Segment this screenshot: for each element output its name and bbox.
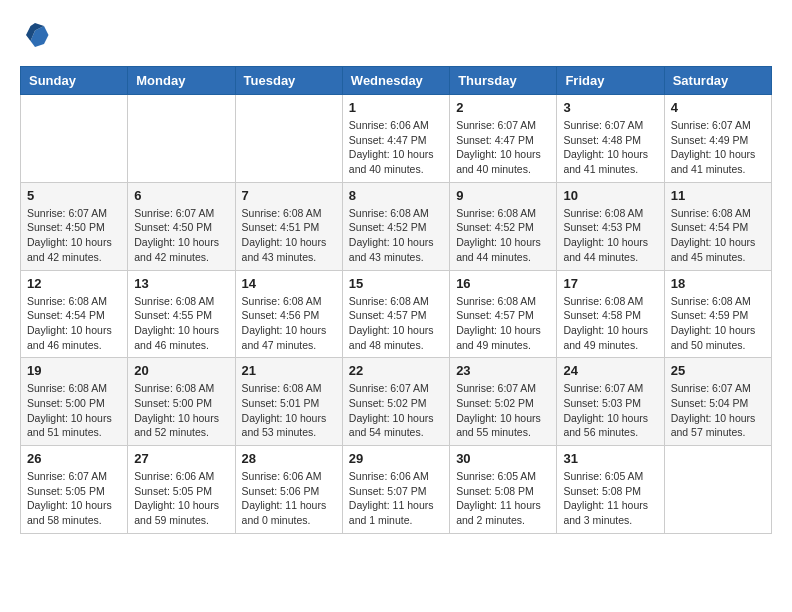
- calendar-cell: 13Sunrise: 6:08 AM Sunset: 4:55 PM Dayli…: [128, 270, 235, 358]
- calendar-cell: 29Sunrise: 6:06 AM Sunset: 5:07 PM Dayli…: [342, 446, 449, 534]
- day-number: 10: [563, 188, 657, 203]
- day-info: Sunrise: 6:08 AM Sunset: 5:00 PM Dayligh…: [134, 381, 228, 440]
- day-number: 12: [27, 276, 121, 291]
- day-info: Sunrise: 6:08 AM Sunset: 4:52 PM Dayligh…: [456, 206, 550, 265]
- calendar-week-row: 1Sunrise: 6:06 AM Sunset: 4:47 PM Daylig…: [21, 95, 772, 183]
- calendar-cell: [21, 95, 128, 183]
- calendar-cell: 22Sunrise: 6:07 AM Sunset: 5:02 PM Dayli…: [342, 358, 449, 446]
- calendar-cell: 17Sunrise: 6:08 AM Sunset: 4:58 PM Dayli…: [557, 270, 664, 358]
- day-info: Sunrise: 6:08 AM Sunset: 4:56 PM Dayligh…: [242, 294, 336, 353]
- day-info: Sunrise: 6:05 AM Sunset: 5:08 PM Dayligh…: [456, 469, 550, 528]
- weekday-header-wednesday: Wednesday: [342, 67, 449, 95]
- weekday-header-saturday: Saturday: [664, 67, 771, 95]
- calendar-cell: 1Sunrise: 6:06 AM Sunset: 4:47 PM Daylig…: [342, 95, 449, 183]
- calendar-cell: 30Sunrise: 6:05 AM Sunset: 5:08 PM Dayli…: [450, 446, 557, 534]
- calendar-cell: 24Sunrise: 6:07 AM Sunset: 5:03 PM Dayli…: [557, 358, 664, 446]
- calendar-cell: 20Sunrise: 6:08 AM Sunset: 5:00 PM Dayli…: [128, 358, 235, 446]
- day-number: 21: [242, 363, 336, 378]
- calendar-table: SundayMondayTuesdayWednesdayThursdayFrid…: [20, 66, 772, 534]
- calendar-cell: 8Sunrise: 6:08 AM Sunset: 4:52 PM Daylig…: [342, 182, 449, 270]
- day-number: 22: [349, 363, 443, 378]
- day-info: Sunrise: 6:08 AM Sunset: 4:54 PM Dayligh…: [27, 294, 121, 353]
- weekday-header-row: SundayMondayTuesdayWednesdayThursdayFrid…: [21, 67, 772, 95]
- weekday-header-thursday: Thursday: [450, 67, 557, 95]
- day-info: Sunrise: 6:08 AM Sunset: 5:01 PM Dayligh…: [242, 381, 336, 440]
- day-number: 17: [563, 276, 657, 291]
- calendar-cell: 12Sunrise: 6:08 AM Sunset: 4:54 PM Dayli…: [21, 270, 128, 358]
- day-number: 14: [242, 276, 336, 291]
- day-info: Sunrise: 6:07 AM Sunset: 4:49 PM Dayligh…: [671, 118, 765, 177]
- calendar-cell: 6Sunrise: 6:07 AM Sunset: 4:50 PM Daylig…: [128, 182, 235, 270]
- calendar-cell: 7Sunrise: 6:08 AM Sunset: 4:51 PM Daylig…: [235, 182, 342, 270]
- weekday-header-tuesday: Tuesday: [235, 67, 342, 95]
- day-number: 19: [27, 363, 121, 378]
- day-info: Sunrise: 6:07 AM Sunset: 4:48 PM Dayligh…: [563, 118, 657, 177]
- day-info: Sunrise: 6:08 AM Sunset: 4:59 PM Dayligh…: [671, 294, 765, 353]
- day-number: 11: [671, 188, 765, 203]
- calendar-cell: 14Sunrise: 6:08 AM Sunset: 4:56 PM Dayli…: [235, 270, 342, 358]
- weekday-header-monday: Monday: [128, 67, 235, 95]
- day-info: Sunrise: 6:07 AM Sunset: 5:02 PM Dayligh…: [456, 381, 550, 440]
- calendar-cell: 19Sunrise: 6:08 AM Sunset: 5:00 PM Dayli…: [21, 358, 128, 446]
- day-info: Sunrise: 6:08 AM Sunset: 4:53 PM Dayligh…: [563, 206, 657, 265]
- day-info: Sunrise: 6:06 AM Sunset: 4:47 PM Dayligh…: [349, 118, 443, 177]
- day-number: 1: [349, 100, 443, 115]
- day-number: 23: [456, 363, 550, 378]
- day-info: Sunrise: 6:07 AM Sunset: 4:50 PM Dayligh…: [134, 206, 228, 265]
- day-number: 28: [242, 451, 336, 466]
- day-number: 9: [456, 188, 550, 203]
- weekday-header-friday: Friday: [557, 67, 664, 95]
- day-info: Sunrise: 6:08 AM Sunset: 4:58 PM Dayligh…: [563, 294, 657, 353]
- page-header: [20, 20, 772, 50]
- day-info: Sunrise: 6:08 AM Sunset: 4:52 PM Dayligh…: [349, 206, 443, 265]
- calendar-cell: 23Sunrise: 6:07 AM Sunset: 5:02 PM Dayli…: [450, 358, 557, 446]
- calendar-cell: 26Sunrise: 6:07 AM Sunset: 5:05 PM Dayli…: [21, 446, 128, 534]
- calendar-cell: 31Sunrise: 6:05 AM Sunset: 5:08 PM Dayli…: [557, 446, 664, 534]
- day-info: Sunrise: 6:07 AM Sunset: 5:02 PM Dayligh…: [349, 381, 443, 440]
- day-number: 3: [563, 100, 657, 115]
- day-number: 13: [134, 276, 228, 291]
- day-number: 4: [671, 100, 765, 115]
- calendar-week-row: 26Sunrise: 6:07 AM Sunset: 5:05 PM Dayli…: [21, 446, 772, 534]
- calendar-week-row: 12Sunrise: 6:08 AM Sunset: 4:54 PM Dayli…: [21, 270, 772, 358]
- day-number: 29: [349, 451, 443, 466]
- day-number: 20: [134, 363, 228, 378]
- day-info: Sunrise: 6:08 AM Sunset: 4:57 PM Dayligh…: [349, 294, 443, 353]
- day-info: Sunrise: 6:07 AM Sunset: 5:03 PM Dayligh…: [563, 381, 657, 440]
- day-info: Sunrise: 6:08 AM Sunset: 4:54 PM Dayligh…: [671, 206, 765, 265]
- calendar-cell: 16Sunrise: 6:08 AM Sunset: 4:57 PM Dayli…: [450, 270, 557, 358]
- calendar-cell: [664, 446, 771, 534]
- day-info: Sunrise: 6:08 AM Sunset: 5:00 PM Dayligh…: [27, 381, 121, 440]
- calendar-cell: 15Sunrise: 6:08 AM Sunset: 4:57 PM Dayli…: [342, 270, 449, 358]
- calendar-cell: [128, 95, 235, 183]
- day-info: Sunrise: 6:05 AM Sunset: 5:08 PM Dayligh…: [563, 469, 657, 528]
- day-number: 15: [349, 276, 443, 291]
- day-info: Sunrise: 6:08 AM Sunset: 4:51 PM Dayligh…: [242, 206, 336, 265]
- day-number: 7: [242, 188, 336, 203]
- calendar-cell: 2Sunrise: 6:07 AM Sunset: 4:47 PM Daylig…: [450, 95, 557, 183]
- day-number: 5: [27, 188, 121, 203]
- calendar-cell: 5Sunrise: 6:07 AM Sunset: 4:50 PM Daylig…: [21, 182, 128, 270]
- calendar-week-row: 5Sunrise: 6:07 AM Sunset: 4:50 PM Daylig…: [21, 182, 772, 270]
- calendar-cell: [235, 95, 342, 183]
- logo-icon: [20, 20, 50, 50]
- calendar-cell: 10Sunrise: 6:08 AM Sunset: 4:53 PM Dayli…: [557, 182, 664, 270]
- day-info: Sunrise: 6:07 AM Sunset: 4:47 PM Dayligh…: [456, 118, 550, 177]
- day-number: 2: [456, 100, 550, 115]
- day-number: 30: [456, 451, 550, 466]
- day-info: Sunrise: 6:07 AM Sunset: 5:04 PM Dayligh…: [671, 381, 765, 440]
- calendar-cell: 9Sunrise: 6:08 AM Sunset: 4:52 PM Daylig…: [450, 182, 557, 270]
- day-number: 18: [671, 276, 765, 291]
- day-number: 31: [563, 451, 657, 466]
- day-number: 24: [563, 363, 657, 378]
- calendar-cell: 27Sunrise: 6:06 AM Sunset: 5:05 PM Dayli…: [128, 446, 235, 534]
- day-info: Sunrise: 6:06 AM Sunset: 5:07 PM Dayligh…: [349, 469, 443, 528]
- day-info: Sunrise: 6:07 AM Sunset: 4:50 PM Dayligh…: [27, 206, 121, 265]
- day-info: Sunrise: 6:08 AM Sunset: 4:57 PM Dayligh…: [456, 294, 550, 353]
- calendar-cell: 25Sunrise: 6:07 AM Sunset: 5:04 PM Dayli…: [664, 358, 771, 446]
- day-number: 16: [456, 276, 550, 291]
- day-info: Sunrise: 6:06 AM Sunset: 5:06 PM Dayligh…: [242, 469, 336, 528]
- logo: [20, 20, 54, 50]
- calendar-cell: 4Sunrise: 6:07 AM Sunset: 4:49 PM Daylig…: [664, 95, 771, 183]
- day-number: 26: [27, 451, 121, 466]
